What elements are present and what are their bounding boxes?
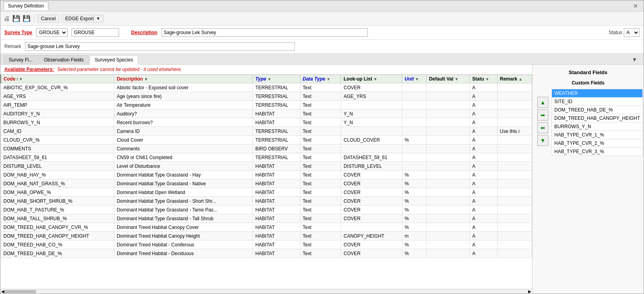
col-header-remark[interactable]: Remark ▲	[497, 75, 532, 83]
table-row[interactable]: DOM_HAB_OPWE_% Dominant Habitat Open Wet…	[1, 188, 532, 197]
col-header-code[interactable]: Code / ▼	[1, 75, 114, 83]
cell-remark	[497, 136, 532, 144]
save-icon-2[interactable]: 💾	[23, 15, 31, 22]
col-header-default[interactable]: Default Val ▼	[427, 75, 470, 83]
cell-desc: Air Temperature	[114, 101, 253, 110]
custom-fields-area: ▲ ➡ ⬅ ▼ WEATHERSITE_IDDOM_TREED_HAB_DE_%…	[536, 89, 640, 156]
custom-field-item[interactable]: HAB_TYPE_CVR_1_%	[552, 131, 643, 139]
move-down-button[interactable]: ▼	[537, 135, 548, 146]
cell-unit: %	[402, 179, 426, 188]
cell-code: AUDITORY_Y_N	[1, 110, 114, 118]
cell-type: HABITAT	[253, 240, 300, 249]
cell-default	[427, 188, 470, 197]
cell-unit: %	[402, 197, 426, 206]
remark-input[interactable]	[25, 42, 295, 51]
table-row[interactable]: DOM_TREED_HAB_CANOPY_CVR_% Dominant Tree…	[1, 223, 532, 232]
cell-type: TERRESTRIAL	[253, 153, 300, 162]
custom-field-item[interactable]: DOM_TREED_HAB_CANOPY_HEIGHT	[552, 114, 643, 123]
table-row[interactable]: AIR_TEMP Air Temperature TERRESTRIAL Tex…	[1, 101, 532, 110]
cell-datatype: Text	[300, 136, 341, 144]
cell-status: A	[470, 118, 498, 127]
table-row[interactable]: AUDITORY_Y_N Auditory? HABITAT Text Y_N …	[1, 110, 532, 118]
table-row[interactable]: DOM_TREED_HAB_CANOPY_HEIGHT Dominant Tre…	[1, 232, 532, 240]
table-row[interactable]: DOM_HAB_T_PASTURE_% Dominant Habitat Typ…	[1, 206, 532, 214]
cell-code: DOM_HAB_T_PASTURE_%	[1, 206, 114, 214]
cell-unit	[402, 101, 426, 110]
cell-lookup	[341, 101, 402, 110]
col-header-datatype[interactable]: Data Type ▼	[300, 75, 341, 83]
cell-status: A	[470, 249, 498, 258]
col-header-status[interactable]: Statu ▼	[470, 75, 498, 83]
cell-remark	[497, 197, 532, 206]
col-header-description[interactable]: Description ▼	[114, 75, 253, 83]
cell-type: BIRD OBSERV	[253, 144, 300, 153]
cell-type: TERRESTRIAL	[253, 136, 300, 144]
available-params-label: Available Parameters:	[4, 67, 54, 72]
cell-desc: Age (years since fire)	[114, 92, 253, 101]
edge-export-button[interactable]: EDGE Export ▼	[62, 15, 104, 23]
tab-surveyed-species[interactable]: Surveyed Species	[90, 55, 138, 65]
print-icon[interactable]: 🖨	[4, 15, 10, 22]
cell-status: A	[470, 206, 498, 214]
horizontal-scrollbar[interactable]: ◀ ▶	[0, 289, 532, 294]
cell-lookup: Y_N	[341, 118, 402, 127]
scroll-left-icon[interactable]: ◀	[1, 289, 4, 294]
tab-survey-fields[interactable]: Survey Fi...	[4, 55, 38, 64]
cell-default	[427, 118, 470, 127]
move-up-button[interactable]: ▲	[537, 97, 548, 108]
scroll-right-icon[interactable]: ▶	[528, 289, 531, 294]
custom-field-item[interactable]: HAB_TYPE_CVR_3_%	[552, 148, 643, 156]
move-right-button[interactable]: ➡	[537, 110, 548, 121]
survey-type-input[interactable]	[71, 28, 119, 37]
save-icon-1[interactable]: 💾	[12, 15, 20, 22]
desc-filter-icon: ▼	[144, 77, 148, 81]
table-row[interactable]: DOM_HAB_NAT_GRASS_% Dominant Habitat Typ…	[1, 179, 532, 188]
table-row[interactable]: BURROWS_Y_N Recent burrows? HABITAT Text…	[1, 118, 532, 127]
custom-field-item[interactable]: SITE_ID	[552, 98, 643, 106]
cell-datatype: Text	[300, 179, 341, 188]
table-row[interactable]: AGE_YRS Age (years since fire) TERRESTRI…	[1, 92, 532, 101]
custom-field-item[interactable]: DOM_TREED_HAB_DE_%	[552, 106, 643, 114]
table-row[interactable]: DATASHEET_59_61 CN59 or CN61 Completed T…	[1, 153, 532, 162]
cell-datatype: Text	[300, 153, 341, 162]
table-row[interactable]: DOM_HAB_HAY_% Dominant Habitat Type Gras…	[1, 171, 532, 179]
table-row[interactable]: ABIOTIC_EXP_SOIL_CVR_% Abiotic factor - …	[1, 83, 532, 92]
cell-default	[427, 249, 470, 258]
cell-desc: Dominant Habitat Type Grassland - Tame P…	[114, 206, 253, 214]
col-header-lookup[interactable]: Look-up List ▼	[341, 75, 402, 83]
custom-field-item[interactable]: BURROWS_Y_N	[552, 123, 643, 131]
tab-observation-fields[interactable]: Observation Fields	[39, 55, 89, 64]
table-row[interactable]: DOM_TREED_HAB_DE_% Dominant Treed Habita…	[1, 249, 532, 258]
cell-desc: Level of Disturbance	[114, 162, 253, 171]
table-row[interactable]: CAM_ID Camera ID TERRESTRIAL Text A Use …	[1, 127, 532, 136]
status-dropdown[interactable]: A I	[624, 28, 640, 37]
table-row[interactable]: CLOUD_CVR_% Cloud Cover TERRESTRIAL Text…	[1, 136, 532, 144]
status-filter-icon: ▼	[485, 77, 489, 81]
table-container[interactable]: Code / ▼ Description ▼	[0, 75, 532, 289]
cell-remark	[497, 249, 532, 258]
cell-code: DOM_TREED_HAB_CANOPY_CVR_%	[1, 223, 114, 232]
table-row[interactable]: DISTURB_LEVEL Level of Disturbance HABIT…	[1, 162, 532, 171]
custom-field-item[interactable]: WEATHER	[552, 89, 643, 98]
cell-lookup: DISTURB_LEVEL	[341, 162, 402, 171]
cell-code: AIR_TEMP	[1, 101, 114, 110]
custom-field-item[interactable]: HAB_TYPE_CVR_2_%	[552, 139, 643, 148]
cell-datatype: Text	[300, 144, 341, 153]
cell-unit: %	[402, 171, 426, 179]
close-button[interactable]: ✕	[631, 2, 640, 10]
table-row[interactable]: DOM_TREED_HAB_CO_% Dominant Treed Habita…	[1, 240, 532, 249]
cancel-button[interactable]: Cancel	[37, 15, 59, 23]
cell-lookup	[341, 144, 402, 153]
table-row[interactable]: DOM_HAB_SHORT_SHRUB_% Dominant Habitat T…	[1, 197, 532, 206]
toolbar-separator	[34, 15, 34, 23]
cell-default	[427, 206, 470, 214]
col-header-type[interactable]: Type ▼	[253, 75, 300, 83]
table-row[interactable]: DOM_HAB_TALL_SHRUB_% Dominant Habitat Ty…	[1, 214, 532, 223]
col-header-unit[interactable]: Unit ▼	[402, 75, 426, 83]
table-row[interactable]: COMMENTS Comments BIRD OBSERV Text A	[1, 144, 532, 153]
description-input[interactable]	[161, 28, 368, 37]
tab-scroll-arrow[interactable]: ▼	[629, 55, 640, 64]
scrollbar-thumb[interactable]	[4, 290, 36, 293]
survey-type-dropdown[interactable]: GROUSE	[36, 28, 67, 37]
move-left-button[interactable]: ⬅	[537, 122, 548, 133]
